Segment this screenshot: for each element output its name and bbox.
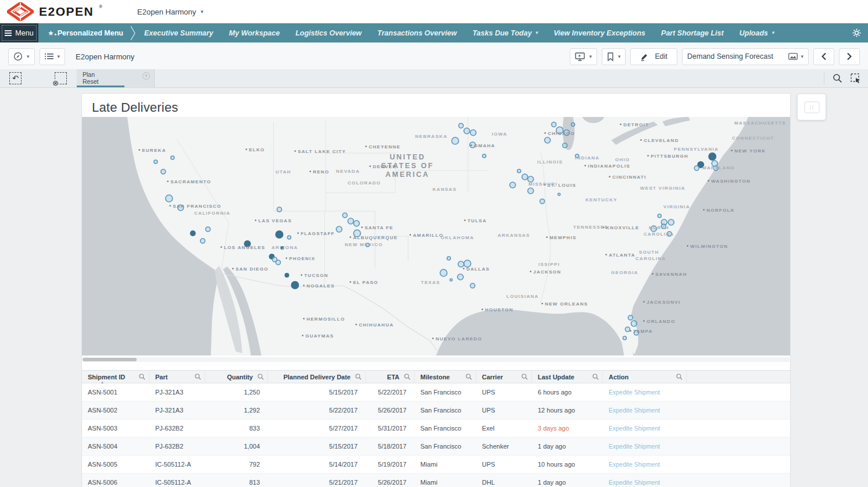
marquee-select-icon[interactable] (851, 73, 861, 84)
tab-plan-reset[interactable]: Plan Reset × (77, 69, 155, 87)
map-marker[interactable] (206, 227, 210, 232)
edit-button[interactable]: Edit (630, 48, 677, 65)
map-marker[interactable] (483, 154, 486, 158)
map-marker[interactable] (287, 236, 291, 239)
col-header-milestone[interactable]: Milestone (415, 371, 476, 383)
map-marker[interactable] (450, 279, 452, 281)
column-search-icon[interactable] (404, 374, 410, 380)
column-search-icon[interactable] (676, 374, 683, 380)
panel-toolbar-button[interactable] (798, 94, 826, 120)
map-marker[interactable] (291, 281, 299, 289)
map-marker[interactable] (563, 143, 567, 148)
late-deliveries-map[interactable]: UNITEDSTATES OFAMERICA •CHICAGO•DETROIT•… (82, 117, 790, 356)
search-icon[interactable] (833, 73, 842, 83)
menu-button[interactable]: Menu (0, 23, 38, 42)
map-marker[interactable] (277, 207, 281, 212)
map-marker[interactable] (631, 321, 637, 326)
expedite-shipment-link[interactable]: Expedite Shipment (609, 389, 660, 396)
next-button[interactable] (839, 48, 860, 65)
list-view-dropdown-button[interactable]: ▾ (40, 48, 66, 65)
column-search-icon[interactable] (521, 374, 528, 380)
map-marker[interactable] (452, 137, 459, 144)
map-marker[interactable] (545, 137, 551, 143)
nav-item-my-workspace[interactable]: My Workspace (229, 29, 280, 37)
map-marker[interactable] (190, 230, 196, 236)
map-marker[interactable] (275, 230, 283, 239)
map-marker[interactable] (284, 273, 289, 278)
previous-button[interactable] (813, 48, 834, 65)
map-marker[interactable] (464, 128, 470, 134)
map-marker[interactable] (470, 130, 476, 136)
col-header-planned-delivery-date[interactable]: Planned Delivery Date (268, 371, 366, 383)
map-marker[interactable] (517, 169, 521, 173)
column-search-icon[interactable] (466, 374, 472, 380)
tab-close-icon[interactable]: × (142, 72, 150, 80)
map-marker[interactable] (708, 152, 716, 161)
col-header-last-update[interactable]: Last Update (532, 371, 603, 383)
table-row[interactable]: ASN-5003PJ-632B28335/27/20175/31/2017San… (82, 420, 790, 438)
map-marker[interactable] (201, 239, 205, 243)
table-row[interactable]: ASN-5002PJ-321A31,2925/22/20175/26/2017S… (82, 401, 790, 420)
map-marker[interactable] (353, 221, 359, 226)
map-marker[interactable] (552, 122, 556, 127)
expedite-shipment-link[interactable]: Expedite Shipment (609, 407, 660, 414)
nav-item-executive-summary[interactable]: Executive Summary (144, 29, 213, 37)
col-header-shipment-id[interactable]: Shipment ID▲ (82, 371, 149, 383)
map-marker[interactable] (458, 274, 463, 280)
bookmark-dropdown-button[interactable]: ▾ (602, 48, 626, 65)
column-search-icon[interactable] (355, 374, 362, 380)
table-row[interactable]: ASN-5001PJ-321A31,2505/15/20175/22/2017S… (82, 383, 790, 401)
nav-item-part-shortage-list[interactable]: Part Shortage List (661, 29, 724, 37)
column-search-icon[interactable] (258, 374, 264, 380)
map-marker[interactable] (558, 193, 560, 195)
map-marker[interactable] (540, 199, 545, 204)
expedite-shipment-link[interactable]: Expedite Shipment (609, 461, 660, 468)
nav-item-tasks-due-today[interactable]: Tasks Due Today▾ (473, 29, 538, 37)
map-marker[interactable] (470, 283, 475, 288)
column-search-icon[interactable] (139, 374, 145, 380)
app-switcher-dropdown[interactable]: E2open Harmony ▾ (137, 8, 203, 16)
column-search-icon[interactable] (195, 374, 201, 380)
map-marker[interactable] (440, 269, 447, 276)
column-search-icon[interactable] (592, 374, 599, 380)
nav-item-uploads[interactable]: Uploads▾ (740, 29, 774, 37)
col-header-quantity[interactable]: Quantity (205, 371, 268, 383)
map-marker[interactable] (522, 174, 528, 180)
map-marker[interactable] (447, 257, 451, 260)
map-marker[interactable] (628, 315, 633, 320)
forecast-selector[interactable]: Demand Sensing Forecast ▾ (682, 48, 809, 65)
map-marker[interactable] (336, 226, 342, 232)
map-marker[interactable] (571, 123, 575, 126)
map-marker[interactable] (348, 218, 353, 224)
expedite-shipment-link[interactable]: Expedite Shipment (609, 425, 660, 432)
map-marker[interactable] (459, 123, 463, 128)
col-header-action[interactable]: Action (603, 371, 687, 383)
expedite-shipment-link[interactable]: Expedite Shipment (609, 443, 660, 450)
nav-item-view-inventory-exceptions[interactable]: View Inventory Exceptions (553, 29, 645, 37)
table-row[interactable]: ASN-5004PJ-632B21,0045/15/20175/18/2017S… (82, 438, 790, 456)
map-marker[interactable] (154, 160, 158, 163)
map-marker[interactable] (658, 214, 661, 218)
table-row[interactable]: ASN-5005IC-505112-A7925/14/20175/19/2017… (82, 456, 790, 474)
map-marker[interactable] (510, 182, 516, 188)
expedite-shipment-link[interactable]: Expedite Shipment (609, 479, 660, 486)
nav-item-transactions-overview[interactable]: Transactions Overview (377, 29, 457, 37)
clear-region-button[interactable]: ⊗ (55, 72, 67, 84)
map-marker[interactable] (166, 195, 173, 202)
table-row[interactable]: ASN-5006IC-505112-A8135/21/20175/26/2017… (82, 474, 790, 487)
col-header-part[interactable]: Part (149, 371, 205, 383)
map-marker[interactable] (342, 213, 347, 218)
map-marker[interactable] (276, 260, 280, 265)
present-dropdown-button[interactable]: ▾ (570, 48, 597, 65)
map-horizontal-scrollbar[interactable] (83, 357, 790, 362)
restore-region-button[interactable]: ↶ (9, 72, 22, 84)
col-header-carrier[interactable]: Carrier (476, 371, 532, 383)
col-header-eta[interactable]: ETA (366, 371, 415, 383)
map-marker[interactable] (694, 166, 699, 170)
personalized-menu-button[interactable]: ★+ Personalized Menu (48, 23, 123, 42)
settings-gear-icon[interactable] (852, 29, 861, 37)
map-marker[interactable] (171, 156, 174, 159)
map-marker[interactable] (623, 336, 626, 340)
map-marker[interactable] (528, 188, 534, 194)
nav-item-logistics-overview[interactable]: Logistics Overview (295, 29, 362, 37)
